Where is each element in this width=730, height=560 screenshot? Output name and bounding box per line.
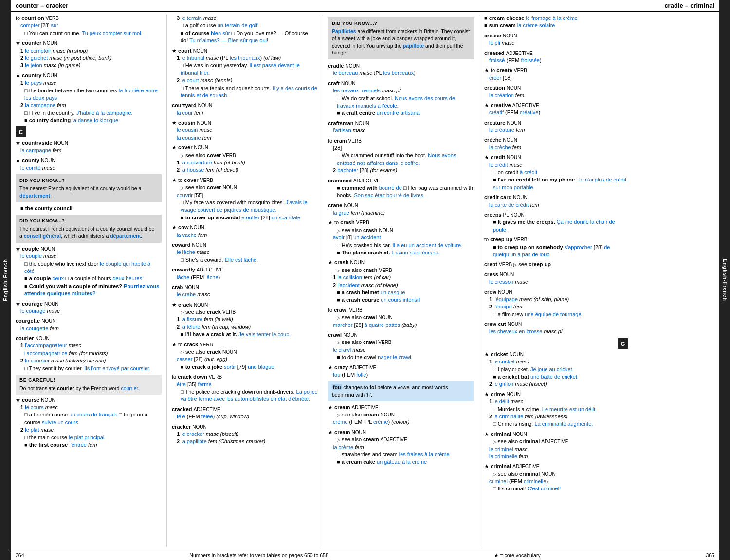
count-on-entry: to count on verb compter [28] sur □ You … xyxy=(16,15,162,37)
terrain-entry: 3 le terrain masc □ a golf course un ter… xyxy=(172,15,318,45)
creature-entry: creature noun la créature fem xyxy=(484,119,630,134)
crazy-dyk: fou changes to fol before a vowel and mo… xyxy=(328,381,474,401)
create-entry: ★ to create verb créer [18] xyxy=(484,67,630,82)
crew-entry: crew noun 1 l'équipage masc (of ship, pl… xyxy=(484,289,630,319)
criminal-adj-entry: ★ criminal adjective ▷ see also criminal… xyxy=(484,463,630,493)
footer-star-note: ★ = core vocabulary xyxy=(494,552,541,558)
crease-entry: crease noun le pli masc xyxy=(484,32,630,47)
column-4: ■ cream cheese le fromage à la crème ■ s… xyxy=(479,15,635,547)
cream-adj-entry: ★ cream adjective ▷ see also cream noun … xyxy=(328,404,474,426)
cracker-entry: cracker noun 1 le cracker masc (biscuit)… xyxy=(172,423,318,446)
crawl-noun-entry: crawl noun ▷ see also crawl verb le craw… xyxy=(328,331,474,361)
columns-row: to count on verb compter [28] sur □ You … xyxy=(11,12,719,550)
cover-verb-entry: ★ to cover verb ▷ see also cover noun co… xyxy=(172,177,318,221)
header-row: counter – cracker cradle – criminal xyxy=(11,0,719,12)
crazy-entry: ★ crazy adjective fou (FEM folle) xyxy=(328,364,474,379)
footer-row: 364 Numbers in brackets refer to verb ta… xyxy=(11,550,719,560)
crab-entry: crab noun le crabe masc xyxy=(172,284,318,299)
main-content: counter – cracker cradle – criminal to c… xyxy=(11,0,719,560)
county-dyk2: DID YOU KNOW...? The nearest French equi… xyxy=(16,215,162,243)
cracked-entry: cracked adjective fêlé (FEM fêlée) (cup,… xyxy=(172,406,318,421)
page-number-right: 365 xyxy=(706,552,714,558)
creative-entry: ★ creative adjective créatif (FEM créati… xyxy=(484,102,630,117)
cram-entry: to cram verb [28] □ We crammed our stuff… xyxy=(328,137,474,175)
right-side-tab: English-French xyxy=(719,0,730,560)
countryside-entry: ★ countryside noun la campagne fem xyxy=(16,139,162,154)
footer-note: Numbers in brackets refer to verb tables… xyxy=(189,552,328,558)
right-header: cradle – criminal xyxy=(365,2,714,9)
cricket-entry: ★ cricket noun 1 le cricket masc □ I pla… xyxy=(484,351,630,388)
crammed-entry: crammed adjective ■ crammed with bourré … xyxy=(328,177,474,199)
courgette-entry: courgette noun la courgette fem xyxy=(16,317,162,332)
craft-entry: craft noun les travaux manuels masc pl □… xyxy=(328,80,474,117)
crane-entry: crane noun la grue fem (machine) xyxy=(328,202,474,217)
crash-verb-entry: ★ to crash verb ▷ see also crash noun av… xyxy=(328,219,474,256)
cream-noun-entry: ★ cream noun ▷ see also cream adjective … xyxy=(328,429,474,466)
credit-card-entry: credit card noun la carte de crédit fem xyxy=(484,194,630,209)
creche-entry: crèche noun la crèche fem xyxy=(484,136,630,151)
letter-box-c: c xyxy=(16,126,26,137)
craftsman-entry: craftsman noun l'artisan masc xyxy=(328,120,474,135)
cress-entry: cress noun le cresson masc xyxy=(484,271,630,286)
crime-entry: ★ crime noun 1 le délit masc □ Murder is… xyxy=(484,391,630,428)
crew-cut-entry: crew cut noun les cheveux en brosse masc… xyxy=(484,321,630,336)
creased-entry: creased adjective froissé (FEM froissée) xyxy=(484,50,630,65)
crack-verb-entry: ★ to crack verb ▷ see also crack noun ca… xyxy=(172,341,318,371)
page-number-left: 364 xyxy=(16,552,24,558)
cradle-entry: cradle noun le berceau masc (PL les berc… xyxy=(328,62,474,77)
page-container: English-French counter – cracker cradle … xyxy=(0,0,730,560)
courage-entry: ★ courage noun le courage masc xyxy=(16,300,162,315)
letter-box-c-right: c xyxy=(618,338,628,349)
county-council: ■ the county council xyxy=(20,205,162,212)
creation-entry: creation noun la création fem xyxy=(484,84,630,99)
counter-entry: ★ counter noun 1 le comptoir masc (in sh… xyxy=(16,39,162,70)
crept-entry: crept verb ▷ see creep up xyxy=(484,261,630,268)
criminal-noun-entry: ★ criminal noun ▷ see also criminal adje… xyxy=(484,431,630,461)
crash-noun-entry: ★ crash noun ▷ see also crash verb 1 la … xyxy=(328,259,474,304)
cousin-entry: ★ cousin noun le cousin masc la cousine … xyxy=(172,119,318,142)
left-side-tab: English-French xyxy=(0,0,11,560)
country-entry: ★ country noun 1 le pays masc □ the bord… xyxy=(16,72,162,125)
cream-cheese-entry: ■ cream cheese le fromage à la crème ■ s… xyxy=(484,15,630,30)
courtyard-entry: courtyard noun la cour fem xyxy=(172,102,318,117)
creep-up-entry: to creep up verb ■ to creep up on somebo… xyxy=(484,236,630,258)
creeps-entry: creeps pl noun ■ It gives me the creeps.… xyxy=(484,211,630,234)
county-dyk1: DID YOU KNOW...? The nearest French equi… xyxy=(16,174,162,202)
course-entry: ★ course noun 1 le cours masc □ a French… xyxy=(16,397,162,449)
cow-entry: ★ cow noun la vache fem xyxy=(172,224,318,239)
column-2: 3 le terrain masc □ a golf course un ter… xyxy=(167,15,323,547)
county-entry: ★ county noun le comté masc xyxy=(16,157,162,172)
coward-entry: coward noun le lâche masc □ She's a cowa… xyxy=(172,241,318,264)
column-1: to count on verb compter [28] sur □ You … xyxy=(11,15,166,547)
crawl-verb-entry: to crawl verb ▷ see also crawl noun marc… xyxy=(328,307,474,329)
couple-entry: ★ couple noun le couple masc □ the coupl… xyxy=(16,245,162,298)
column-3: DID YOU KNOW...? Papillotes are differen… xyxy=(323,15,479,547)
crack-down-entry: to crack down verb être [35] ferme □ The… xyxy=(172,373,318,403)
left-header: counter – cracker xyxy=(16,2,365,9)
credit-entry: ★ credit noun le crédit masc □ on credit… xyxy=(484,154,630,191)
court-entry: ★ court noun 1 le tribunal masc (PL les … xyxy=(172,47,318,100)
cracker-dyk: DID YOU KNOW...? Papillotes are differen… xyxy=(328,17,474,59)
courier-entry: courier noun 1 l'accompagnateur masc l'a… xyxy=(16,335,162,372)
crack-noun-entry: ★ crack noun ▷ see also crack verb 1 la … xyxy=(172,301,318,339)
letter-c-marker: c xyxy=(16,126,162,137)
letter-c-marker-right: c xyxy=(484,338,630,349)
courier-be-careful: BE CAREFUL! Do not translate courier by … xyxy=(16,375,162,395)
cowardly-entry: cowardly adjective lâche (FEM lâche) xyxy=(172,266,318,281)
cover-noun-entry: ★ cover noun ▷ see also cover verb 1 la … xyxy=(172,144,318,174)
